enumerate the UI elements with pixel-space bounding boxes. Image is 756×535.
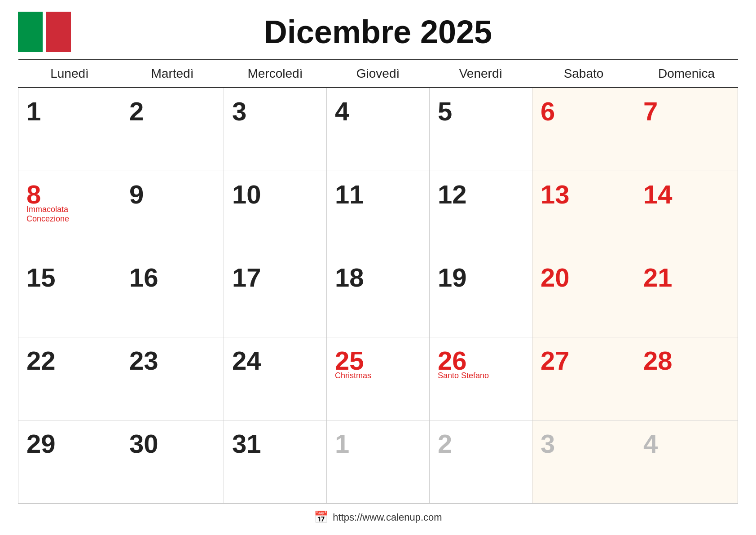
day-number: 2 (438, 429, 452, 458)
day-number: 5 (438, 97, 452, 126)
flag-green-stripe (18, 12, 43, 52)
day-number: 17 (232, 263, 261, 292)
day-number: 2 (129, 97, 144, 126)
day-cell: 3 (224, 88, 327, 171)
day-cell: 18 (327, 254, 430, 337)
day-number: 3 (232, 97, 246, 126)
day-number: 18 (335, 263, 364, 292)
day-number: 14 (643, 180, 672, 209)
day-cell: 24 (224, 337, 327, 420)
day-cell: 2 (121, 88, 224, 171)
day-cell: 8Immacolata Concezione (18, 171, 121, 254)
calenup-icon: 📅 (314, 510, 328, 524)
day-number: 28 (643, 346, 672, 375)
flag-red-stripe (46, 12, 71, 52)
day-cell: 2 (430, 420, 532, 503)
day-cell: 28 (635, 337, 738, 420)
week-row-1: 1234567 (18, 88, 738, 171)
day-number: 22 (26, 346, 56, 375)
day-number: 7 (643, 97, 658, 126)
days-header-row: Lunedì Martedì Mercoledì Giovedì Venerdì… (18, 60, 738, 88)
calendar-table: Lunedì Martedì Mercoledì Giovedì Venerdì… (18, 59, 738, 504)
col-giovedi: Giovedì (327, 60, 430, 88)
day-number: 4 (335, 97, 349, 126)
day-number: 9 (129, 180, 144, 209)
day-number: 8 (26, 180, 41, 209)
day-cell: 10 (224, 171, 327, 254)
day-cell: 6 (532, 88, 635, 171)
day-cell: 9 (121, 171, 224, 254)
week-row-3: 15161718192021 (18, 254, 738, 337)
day-number: 24 (232, 346, 261, 375)
footer-url: https://www.calenup.com (333, 512, 442, 523)
col-martedi: Martedì (121, 60, 224, 88)
day-number: 1 (26, 97, 41, 126)
day-cell: 17 (224, 254, 327, 337)
day-number: 29 (26, 429, 56, 458)
day-number: 23 (129, 346, 158, 375)
holiday-label: Christmas (335, 371, 421, 381)
day-number: 13 (541, 180, 570, 209)
day-number: 16 (129, 263, 158, 292)
day-cell: 20 (532, 254, 635, 337)
calendar-title: Dicembre 2025 (264, 13, 492, 50)
week-row-4: 22232425Christmas26Santo Stefano2728 (18, 337, 738, 420)
italian-flag (18, 12, 71, 52)
week-row-2: 8Immacolata Concezione91011121314 (18, 171, 738, 254)
day-cell: 30 (121, 420, 224, 503)
day-number: 21 (643, 263, 672, 292)
day-cell: 1 (327, 420, 430, 503)
col-lunedi: Lunedì (18, 60, 121, 88)
col-mercoledi: Mercoledì (224, 60, 327, 88)
day-cell: 13 (532, 171, 635, 254)
calendar-header: Dicembre 2025 (18, 13, 738, 50)
day-number: 4 (643, 429, 658, 458)
day-cell: 25Christmas (327, 337, 430, 420)
col-sabato: Sabato (532, 60, 635, 88)
holiday-label: Santo Stefano (438, 371, 524, 381)
day-number: 10 (232, 180, 261, 209)
day-cell: 1 (18, 88, 121, 171)
day-cell: 4 (327, 88, 430, 171)
col-domenica: Domenica (635, 60, 738, 88)
calendar-footer: 📅 https://www.calenup.com (18, 504, 738, 526)
day-cell: 11 (327, 171, 430, 254)
day-number: 3 (541, 429, 555, 458)
day-cell: 23 (121, 337, 224, 420)
day-cell: 5 (430, 88, 532, 171)
day-cell: 4 (635, 420, 738, 503)
day-cell: 26Santo Stefano (430, 337, 532, 420)
day-cell: 27 (532, 337, 635, 420)
day-number: 6 (541, 97, 555, 126)
day-cell: 3 (532, 420, 635, 503)
day-cell: 12 (430, 171, 532, 254)
col-venerdi: Venerdì (430, 60, 532, 88)
day-cell: 31 (224, 420, 327, 503)
day-number: 27 (541, 346, 570, 375)
day-cell: 7 (635, 88, 738, 171)
day-number: 19 (438, 263, 467, 292)
day-number: 20 (541, 263, 570, 292)
day-cell: 29 (18, 420, 121, 503)
day-number: 1 (335, 429, 349, 458)
day-number: 31 (232, 429, 261, 458)
day-number: 15 (26, 263, 56, 292)
day-number: 12 (438, 180, 467, 209)
day-cell: 15 (18, 254, 121, 337)
day-number: 30 (129, 429, 158, 458)
day-cell: 21 (635, 254, 738, 337)
day-cell: 19 (430, 254, 532, 337)
day-cell: 16 (121, 254, 224, 337)
day-cell: 22 (18, 337, 121, 420)
holiday-label: Immacolata Concezione (26, 205, 113, 224)
day-cell: 14 (635, 171, 738, 254)
day-number: 11 (335, 180, 364, 209)
week-row-5: 2930311234 (18, 420, 738, 503)
